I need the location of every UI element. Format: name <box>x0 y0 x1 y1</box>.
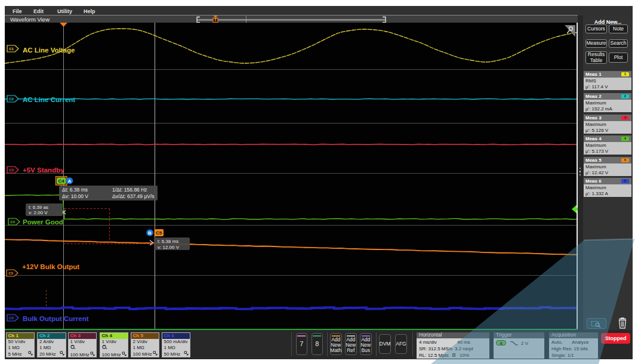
svg-text:1/Δt: 156.86 Hz: 1/Δt: 156.86 Hz <box>112 187 147 193</box>
svg-text:AC Line Current: AC Line Current <box>23 96 75 103</box>
svg-text:C5: C5 <box>8 272 13 275</box>
svg-text:t: 6.39 as: t: 6.39 as <box>29 205 48 210</box>
svg-text:T: T <box>214 18 217 22</box>
svg-text:A: A <box>68 178 72 184</box>
svg-text:B: B <box>148 230 152 236</box>
svg-text:C6: C6 <box>9 316 14 320</box>
svg-text:C2: C2 <box>9 97 14 101</box>
svg-text:C1: C1 <box>9 47 14 51</box>
svg-text:C3: C3 <box>9 168 14 172</box>
svg-text:v: 2.00 V: v: 2.00 V <box>29 210 48 215</box>
svg-text:Bulk Output Current: Bulk Output Current <box>23 315 89 322</box>
svg-text:C4: C4 <box>58 178 65 184</box>
svg-text:C5: C5 <box>156 230 162 236</box>
svg-text:Δv: 10.00 V: Δv: 10.00 V <box>62 193 88 199</box>
svg-text:Δt: 6.38 ms: Δt: 6.38 ms <box>62 187 88 193</box>
svg-text:v: 12.00 V: v: 12.00 V <box>158 245 180 250</box>
svg-text:C4: C4 <box>10 220 15 224</box>
svg-text:AC Line Voltage: AC Line Voltage <box>23 47 75 54</box>
svg-text:Δv/Δt: 637.49 µV/s: Δv/Δt: 637.49 µV/s <box>112 193 155 199</box>
svg-text:Power Good: Power Good <box>23 218 63 226</box>
svg-text:t: 6.38 ms: t: 6.38 ms <box>158 239 178 244</box>
svg-text:+12V Bulk Output: +12V Bulk Output <box>22 263 79 270</box>
svg-text:+5V Standby: +5V Standby <box>23 166 64 174</box>
